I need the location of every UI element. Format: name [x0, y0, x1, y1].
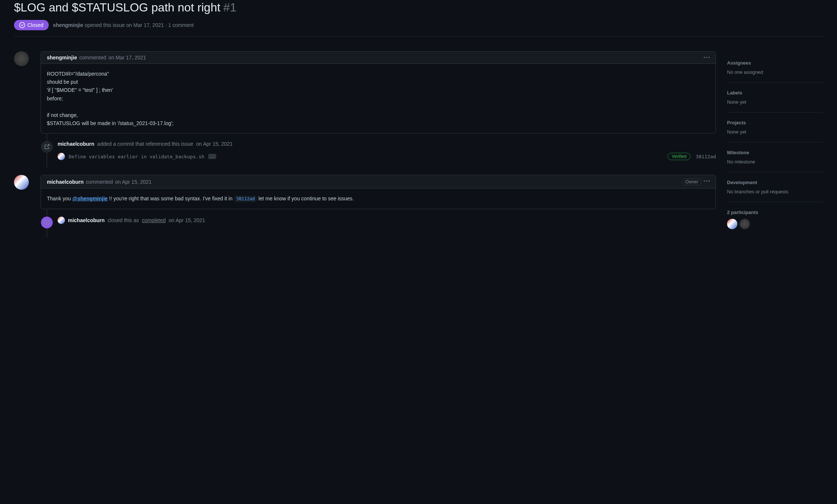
participant-avatar[interactable]: [740, 219, 750, 229]
status-closed-badge: Closed: [14, 20, 49, 30]
sidebar: Assignees No one assigned Labels None ye…: [727, 51, 823, 244]
issue-author-link[interactable]: shengminjie: [53, 22, 83, 28]
event-date[interactable]: on Apr 15, 2021: [196, 141, 233, 147]
issue-number: #1: [223, 1, 237, 14]
comment-author-link[interactable]: shengminjie: [47, 55, 77, 61]
sidebar-labels[interactable]: Labels None yet: [727, 90, 823, 113]
issue-meta-line: shengminjie opened this issue on Mar 17,…: [53, 22, 194, 28]
avatar[interactable]: [14, 175, 29, 190]
kebab-icon: [704, 55, 710, 61]
commit-message-link[interactable]: Define variables earlier in validate_bac…: [69, 154, 204, 159]
closed-event: michaelcoburn closed this as completed o…: [58, 217, 716, 224]
issue-title: $LOG and $STATUSLOG path not right#1: [14, 0, 237, 15]
comment-item: shengminjie commented on Mar 17, 2021 RO…: [14, 51, 716, 134]
event-author-link[interactable]: michaelcoburn: [68, 217, 105, 223]
closed-event-icon: [41, 217, 53, 228]
expand-ellipsis-button[interactable]: …: [208, 154, 216, 159]
commit-sha-link[interactable]: 38112ad: [696, 154, 716, 159]
comment-body: Thank you @shengminjie !! you're right t…: [41, 189, 716, 208]
event-author-link[interactable]: michaelcoburn: [58, 141, 94, 147]
owner-badge: Owner: [682, 179, 702, 185]
issue-header: $LOG and $STATUSLOG path not right#1 Clo…: [14, 0, 823, 37]
avatar[interactable]: [58, 153, 65, 160]
sidebar-assignees[interactable]: Assignees No one assigned: [727, 60, 823, 83]
event-date[interactable]: on Apr 15, 2021: [169, 217, 205, 223]
timeline: shengminjie commented on Mar 17, 2021 RO…: [14, 51, 716, 244]
comment-body: ROOTDIR="/data/percona" should be put 'i…: [41, 64, 716, 134]
comment-date[interactable]: on Mar 17, 2021: [108, 55, 146, 61]
cross-reference-icon: [41, 141, 53, 153]
comment-date[interactable]: on Apr 15, 2021: [115, 179, 152, 185]
participant-avatar[interactable]: [727, 219, 737, 229]
sidebar-development[interactable]: Development No branches or pull requests: [727, 180, 823, 202]
kebab-icon: [704, 178, 710, 184]
issue-closed-icon: [19, 22, 25, 28]
avatar[interactable]: [14, 51, 29, 66]
avatar[interactable]: [58, 217, 65, 224]
kebab-menu-button[interactable]: [704, 178, 710, 185]
sidebar-participants: 2 participants: [727, 210, 823, 237]
comment-author-link[interactable]: michaelcoburn: [47, 179, 84, 185]
verified-badge[interactable]: Verified: [668, 153, 690, 160]
cross-reference-event: michaelcoburn added a commit that refere…: [58, 141, 716, 147]
sidebar-milestone[interactable]: Milestone No milestone: [727, 150, 823, 172]
comment-item: michaelcoburn commented on Apr 15, 2021 …: [14, 175, 716, 209]
sidebar-projects[interactable]: Projects None yet: [727, 120, 823, 142]
commit-ref-link[interactable]: 38112ad: [234, 196, 257, 202]
mention-link[interactable]: @shengminjie: [72, 196, 107, 201]
kebab-menu-button[interactable]: [704, 55, 710, 61]
completed-link[interactable]: completed: [142, 217, 166, 223]
commit-row: Define variables earlier in validate_bac…: [58, 153, 716, 160]
